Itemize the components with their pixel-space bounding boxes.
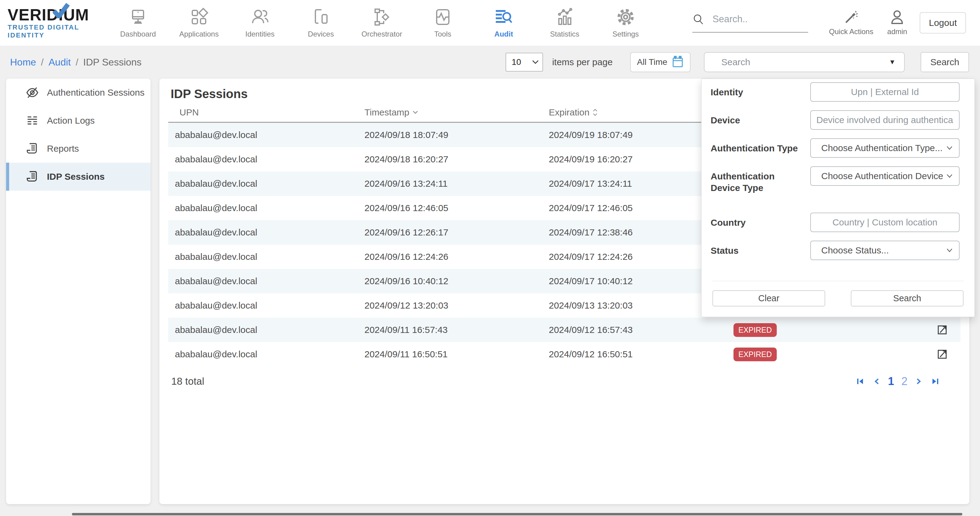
devices-icon <box>311 7 331 27</box>
pagination: 1 2 <box>856 375 940 388</box>
upn-cell: ababalau@dev.local <box>168 349 364 359</box>
breadcrumb-current: IDP Sessions <box>83 57 142 68</box>
nav-item-orchestrator[interactable]: Orchestrator <box>352 0 412 46</box>
clear-button[interactable]: Clear <box>713 290 825 306</box>
nav-item-devices[interactable]: Devices <box>290 0 352 46</box>
calendar-icon <box>671 56 684 68</box>
user-menu[interactable]: admin <box>879 10 915 36</box>
sort-both-icon <box>592 108 598 116</box>
action-cell <box>936 348 961 360</box>
upn-cell: ababalau@dev.local <box>168 252 364 262</box>
breadcrumb-audit-link[interactable]: Audit <box>48 57 71 68</box>
breadcrumb-separator: / <box>41 57 44 68</box>
list-search-icon <box>494 7 514 27</box>
upn-cell: ababalau@dev.local <box>168 227 364 238</box>
timestamp-cell: 2024/09/16 12:24:26 <box>364 252 549 262</box>
timestamp-cell: 2024/09/16 10:40:12 <box>364 276 549 286</box>
nav-item-audit[interactable]: Audit <box>473 0 534 46</box>
sidebar-item-authentication-sessions[interactable]: Authentication Sessions <box>6 79 151 106</box>
table-row[interactable]: ababalau@dev.local 2024/09/11 16:57:43 2… <box>168 318 961 342</box>
table-row[interactable]: ababalau@dev.local 2024/09/11 16:50:51 2… <box>168 342 961 367</box>
idp-sessions-icon <box>25 170 39 183</box>
filter-row-identity: Identity <box>702 82 975 102</box>
breadcrumb-row: Home / Audit / IDP Sessions 10 items per… <box>0 46 980 79</box>
first-page-icon[interactable] <box>856 377 865 386</box>
status-cell: EXPIRED <box>733 323 936 337</box>
user-icon <box>889 10 905 25</box>
bar-chart-icon <box>555 7 574 27</box>
veridium-logo[interactable]: VERIDIUM TRUSTED DIGITAL IDENTITY <box>8 7 99 39</box>
upn-cell: ababalau@dev.local <box>168 325 364 335</box>
quick-actions-button[interactable]: Quick Actions <box>825 10 877 36</box>
country-input[interactable] <box>810 213 959 232</box>
nav-item-dashboard[interactable]: Dashboard <box>108 0 169 46</box>
timestamp-cell: 2024/09/18 16:20:27 <box>364 154 549 165</box>
advanced-search-popover: Identity Device Authentication Type Choo… <box>701 79 975 317</box>
filter-row-auth-type: Authentication Type Choose Authenticatio… <box>702 138 975 158</box>
timestamp-cell: 2024/09/16 12:46:05 <box>364 203 549 213</box>
nav-item-settings[interactable]: Settings <box>595 0 656 46</box>
sidebar-item-reports[interactable]: Reports <box>6 135 151 163</box>
auth-device-type-select[interactable]: Choose Authentication Device <box>810 166 959 186</box>
upn-cell: ababalau@dev.local <box>168 276 364 286</box>
page-number-current[interactable]: 1 <box>888 375 894 388</box>
filter-row-status: Status Choose Status... <box>702 241 975 260</box>
breadcrumb: Home / Audit / IDP Sessions <box>10 57 142 68</box>
nav-item-identities[interactable]: Identities <box>229 0 290 46</box>
status-badge: EXPIRED <box>733 323 777 337</box>
filter-row-device: Device <box>702 110 975 130</box>
time-filter-button[interactable]: All Time <box>630 52 690 72</box>
action-cell <box>936 324 961 336</box>
status-select[interactable]: Choose Status... <box>810 241 959 260</box>
timestamp-cell: 2024/09/16 13:24:11 <box>364 178 549 189</box>
upn-cell: ababalau@dev.local <box>168 178 364 189</box>
identity-input[interactable] <box>810 82 959 102</box>
sidebar: Authentication Sessions Action Logs Repo… <box>6 79 151 504</box>
breadcrumb-home-link[interactable]: Home <box>10 57 36 68</box>
upn-cell: ababalau@dev.local <box>168 203 364 213</box>
auth-type-label: Authentication Type <box>711 138 801 158</box>
nav-item-tools[interactable]: Tools <box>412 0 473 46</box>
timestamp-cell: 2024/09/18 18:07:49 <box>364 130 549 140</box>
topbar-right: Quick Actions admin Logout <box>692 10 966 36</box>
main-nav: Dashboard Applications Identities Device… <box>108 0 656 46</box>
column-header-timestamp[interactable]: Timestamp <box>364 107 549 117</box>
search-category-dropdown[interactable]: Search ▼ <box>704 52 905 72</box>
upn-cell: ababalau@dev.local <box>168 300 364 311</box>
identity-label: Identity <box>711 82 801 102</box>
timestamp-cell: 2024/09/16 12:26:17 <box>364 227 549 238</box>
logout-button[interactable]: Logout <box>920 12 966 33</box>
sidebar-item-action-logs[interactable]: Action Logs <box>6 106 151 135</box>
prev-page-icon[interactable] <box>873 377 881 386</box>
page-number-2[interactable]: 2 <box>901 375 907 388</box>
device-label: Device <box>711 110 801 130</box>
column-header-upn: UPN <box>168 107 364 117</box>
search-icon <box>692 13 705 25</box>
timestamp-cell: 2024/09/12 13:20:03 <box>364 300 549 311</box>
sidebar-item-idp-sessions[interactable]: IDP Sessions <box>6 163 151 191</box>
nav-item-applications[interactable]: Applications <box>169 0 229 46</box>
eye-off-icon <box>25 86 39 99</box>
status-cell: EXPIRED <box>733 348 936 361</box>
last-page-icon[interactable] <box>930 377 940 386</box>
topbar: VERIDIUM TRUSTED DIGITAL IDENTITY Dashbo… <box>0 0 980 46</box>
global-search[interactable] <box>692 13 808 33</box>
next-page-icon[interactable] <box>915 377 923 386</box>
popover-search-button[interactable]: Search <box>851 290 964 306</box>
device-input[interactable] <box>810 110 959 130</box>
auth-type-select[interactable]: Choose Authentication Type... <box>810 138 959 158</box>
nav-item-statistics[interactable]: Statistics <box>534 0 595 46</box>
external-link-icon[interactable] <box>936 348 961 360</box>
filter-row-auth-device-type: Authentication Device Type Choose Authen… <box>702 166 975 194</box>
timestamp-cell: 2024/09/11 16:50:51 <box>364 349 549 359</box>
filter-row-country: Country <box>702 213 975 232</box>
status-badge: EXPIRED <box>733 348 777 361</box>
horizontal-scrollbar[interactable] <box>72 513 963 515</box>
external-link-icon[interactable] <box>936 324 961 336</box>
app-grid-icon <box>189 7 209 27</box>
toolbar-search-button[interactable]: Search <box>921 52 969 72</box>
status-label: Status <box>711 241 801 260</box>
chevron-down-icon <box>946 248 953 253</box>
items-per-page-select[interactable]: 10 <box>506 53 543 71</box>
global-search-input[interactable] <box>713 14 798 25</box>
